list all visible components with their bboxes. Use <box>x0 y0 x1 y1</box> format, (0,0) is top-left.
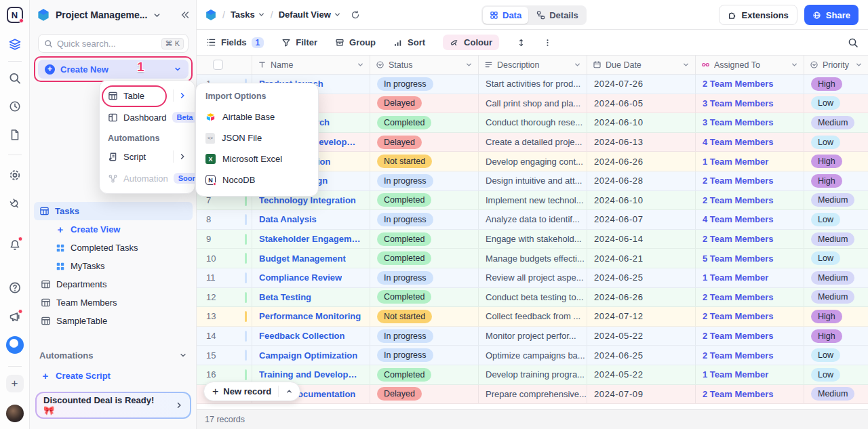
user-avatar[interactable] <box>6 405 24 422</box>
name-cell[interactable]: Data Analysis <box>252 210 370 229</box>
description-cell[interactable]: Develop engaging cont... <box>479 152 587 171</box>
settings-gear-icon[interactable] <box>8 169 21 182</box>
priority-cell[interactable]: High <box>804 327 868 346</box>
assigned-to-cell[interactable]: 2 Team Members <box>696 307 804 326</box>
status-cell[interactable]: Not started <box>370 307 479 326</box>
priority-cell[interactable]: High <box>804 307 868 326</box>
add-workspace-button[interactable]: + <box>6 375 24 392</box>
due-date-cell[interactable]: 2024-06-13 <box>587 133 696 152</box>
search-records-icon[interactable] <box>848 37 859 48</box>
name-cell[interactable]: Budget Management <box>252 249 370 268</box>
due-date-cell[interactable]: 2024-06-25 <box>587 268 696 287</box>
priority-cell[interactable]: High <box>804 171 868 190</box>
priority-cell[interactable]: Medium <box>804 385 868 404</box>
due-date-cell[interactable]: 2024-06-14 <box>587 230 696 249</box>
menu-item-dashboard[interactable]: Dashboard Beta <box>104 106 191 128</box>
status-cell[interactable]: Completed <box>370 249 479 268</box>
priority-cell[interactable]: Low <box>804 94 868 113</box>
quick-search[interactable]: ⌘ K <box>38 34 189 53</box>
priority-cell[interactable]: High <box>804 75 868 94</box>
description-cell[interactable]: Engage with stakehold... <box>479 230 587 249</box>
priority-cell[interactable]: Medium <box>804 268 868 287</box>
assigned-to-cell[interactable]: 2 Team Members <box>696 230 804 249</box>
status-cell[interactable]: Delayed <box>370 385 479 404</box>
collapse-sidebar-icon[interactable] <box>180 10 190 20</box>
chevron-down-icon[interactable] <box>791 61 798 68</box>
sidebar-item-sampletable[interactable]: SampleTable <box>30 312 197 330</box>
tab-details[interactable]: Details <box>530 7 585 24</box>
chevron-down-icon[interactable] <box>179 351 187 359</box>
priority-cell[interactable]: Medium <box>804 288 868 307</box>
tab-data[interactable]: Data <box>483 7 528 24</box>
row-select-header[interactable] <box>197 56 252 74</box>
group-button[interactable]: Group <box>335 37 376 47</box>
promo-banner[interactable]: Discounted Deal is Ready! 🎀 <box>35 392 191 419</box>
assigned-to-cell[interactable]: 5 Team Members <box>696 249 804 268</box>
due-date-cell[interactable]: 2024-06-07 <box>587 210 696 229</box>
status-cell[interactable]: Not started <box>370 152 479 171</box>
view-item-mytasks[interactable]: MyTasks <box>30 257 197 275</box>
new-record-button[interactable]: + New record <box>203 382 300 401</box>
assigned-to-cell[interactable]: 3 Team Members <box>696 113 804 132</box>
search-input[interactable] <box>57 39 157 49</box>
breadcrumb-table[interactable]: Tasks <box>231 9 265 20</box>
due-date-cell[interactable]: 2024-05-22 <box>587 327 696 346</box>
menu-item-nocodb[interactable]: N NocoDB <box>201 169 313 190</box>
description-cell[interactable]: Start activities for prod... <box>479 75 587 94</box>
description-cell[interactable]: Collect feedback from ... <box>479 307 587 326</box>
status-cell[interactable]: Completed <box>370 230 479 249</box>
bases-layers-icon[interactable] <box>8 38 22 52</box>
status-cell[interactable]: Completed <box>370 191 479 210</box>
table-row[interactable]: 16Training and DevelopmentCompletedDevel… <box>197 365 868 385</box>
description-cell[interactable]: Call print shop and pla... <box>479 94 587 113</box>
due-date-cell[interactable]: 2024-06-26 <box>587 288 696 307</box>
description-cell[interactable]: Manage budgets effecti... <box>479 249 587 268</box>
assigned-to-cell[interactable]: 4 Team Members <box>696 210 804 229</box>
status-cell[interactable]: Completed <box>370 288 479 307</box>
status-cell[interactable]: In progress <box>370 268 479 287</box>
status-cell[interactable]: In progress <box>370 346 479 365</box>
select-all-checkbox[interactable] <box>213 60 223 70</box>
announcements-megaphone-icon[interactable] <box>8 310 21 323</box>
menu-item-script[interactable]: Script <box>104 146 191 167</box>
row-number-cell[interactable]: 12 <box>197 288 252 307</box>
whats-new-icon[interactable] <box>6 336 24 354</box>
due-date-cell[interactable]: 2024-06-26 <box>587 152 696 171</box>
status-cell[interactable]: Delayed <box>370 133 479 152</box>
create-view-button[interactable]: + Create View <box>30 220 197 239</box>
column-header-assigned-to[interactable]: Assigned To <box>696 56 804 74</box>
assigned-to-cell[interactable]: 3 Team Members <box>696 94 804 113</box>
row-number-cell[interactable]: 11 <box>197 268 252 287</box>
due-date-cell[interactable]: 2024-06-21 <box>587 249 696 268</box>
due-date-cell[interactable]: 2024-07-12 <box>587 307 696 326</box>
status-cell[interactable]: In progress <box>370 210 479 229</box>
chevron-down-icon[interactable] <box>855 61 863 68</box>
sort-button[interactable]: Sort <box>393 37 425 47</box>
due-date-cell[interactable]: 2024-07-09 <box>587 385 696 404</box>
status-cell[interactable]: In progress <box>370 171 479 190</box>
assigned-to-cell[interactable]: 2 Team Members <box>696 288 804 307</box>
refresh-icon[interactable] <box>351 10 360 20</box>
row-height-button[interactable] <box>517 38 526 47</box>
description-cell[interactable]: Review all project aspe... <box>479 268 587 287</box>
priority-cell[interactable]: Low <box>804 133 868 152</box>
sidebar-item-tasks[interactable]: Tasks <box>34 202 193 220</box>
view-item-completed-tasks[interactable]: Completed Tasks <box>30 239 197 257</box>
table-row[interactable]: 10Budget ManagementCompletedManage budge… <box>197 249 868 268</box>
priority-cell[interactable]: Low <box>804 365 868 384</box>
automations-section[interactable]: Automations <box>30 347 197 363</box>
fields-button[interactable]: Fields 1 <box>206 37 264 48</box>
table-row[interactable]: 14Feedback CollectionIn progressMonitor … <box>197 327 868 346</box>
table-row[interactable]: 15Campaign OptimizationIn progressOptimi… <box>197 346 868 365</box>
status-cell[interactable]: Delayed <box>370 94 479 113</box>
due-date-cell[interactable]: 2024-06-28 <box>587 171 696 190</box>
description-cell[interactable]: Develop training progra... <box>479 365 587 384</box>
search-icon[interactable] <box>8 72 21 85</box>
due-date-cell[interactable]: 2024-06-10 <box>587 113 696 132</box>
create-script-button[interactable]: + Create Script <box>30 367 197 384</box>
priority-cell[interactable]: Medium <box>804 230 868 249</box>
due-date-cell[interactable]: 2024-06-10 <box>587 191 696 210</box>
breadcrumb-view[interactable]: Default View <box>279 9 341 20</box>
assigned-to-cell[interactable]: 1 Team Member <box>696 268 804 287</box>
row-number-cell[interactable]: 14 <box>197 327 252 346</box>
